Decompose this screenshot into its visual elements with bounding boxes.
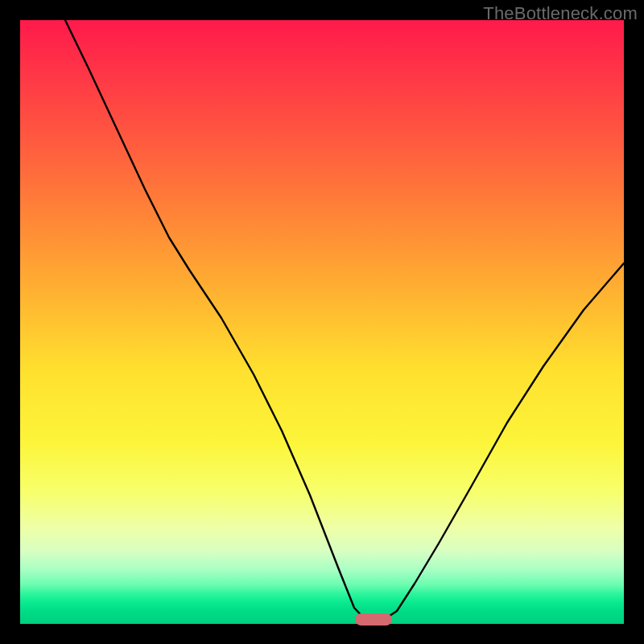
optimal-marker [355,613,392,625]
bottleneck-curve [20,20,624,624]
chart-frame: TheBottleneck.com [0,0,644,644]
plot-area [20,20,624,624]
watermark-text: TheBottleneck.com [483,3,638,24]
